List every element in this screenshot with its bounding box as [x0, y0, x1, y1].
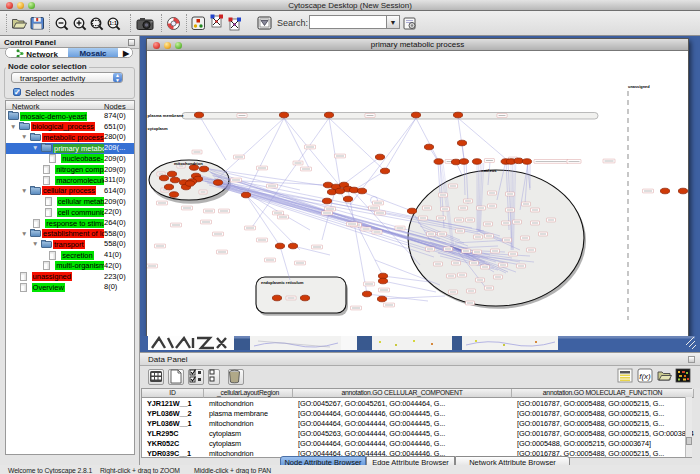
svg-text:unassigned: unassigned — [628, 84, 650, 89]
svg-text:plasma membrane: plasma membrane — [148, 113, 185, 118]
svg-text:mitochondrion: mitochondrion — [174, 161, 203, 166]
svg-text:endoplasmic reticulum: endoplasmic reticulum — [261, 280, 304, 285]
svg-text:cytoplasm: cytoplasm — [148, 126, 169, 131]
svg-text:f(x): f(x) — [639, 372, 651, 381]
svg-text:1:1: 1:1 — [109, 20, 117, 26]
